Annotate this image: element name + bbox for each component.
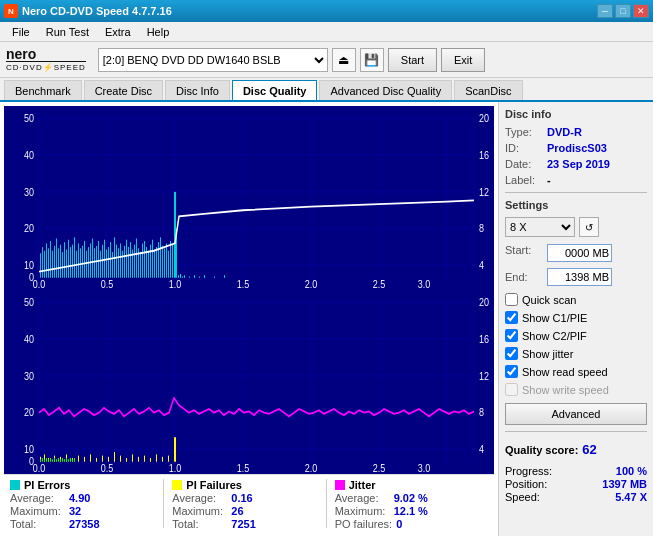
top-chart: 50 40 30 20 10 0 20 16 12 8 4 0.0 0.5 1.… [4,106,494,290]
svg-rect-107 [199,277,200,278]
show-jitter-label: Show jitter [522,348,573,360]
pif-total-label: Total: [172,518,227,530]
svg-text:0.5: 0.5 [101,462,114,474]
svg-rect-174 [54,458,55,462]
svg-text:0.0: 0.0 [33,462,46,474]
divider1 [505,192,647,193]
svg-rect-165 [168,456,169,462]
svg-rect-155 [108,457,109,462]
svg-rect-86 [148,251,149,278]
menu-extra[interactable]: Extra [97,24,139,40]
right-panel: Disc info Type: DVD-R ID: ProdiscS03 Dat… [498,102,653,536]
end-mb-input[interactable] [547,268,612,286]
svg-rect-97 [170,241,171,278]
minimize-button[interactable]: ─ [597,4,613,18]
pi-avg-value: 4.90 [69,492,90,504]
show-c2-checkbox[interactable] [505,329,518,342]
bottom-chart-svg: 50 40 30 20 10 0 20 16 12 8 4 0.0 0.5 1.… [4,290,494,474]
svg-rect-84 [144,241,145,278]
svg-rect-41 [58,248,59,277]
svg-rect-54 [84,241,85,278]
svg-rect-75 [126,240,127,278]
stats-row: PI Errors Average: 4.90 Maximum: 32 Tota… [4,474,494,532]
svg-text:0.0: 0.0 [33,278,46,290]
tab-scan-disc[interactable]: ScanDisc [454,80,522,100]
top-chart-svg: 50 40 30 20 10 0 20 16 12 8 4 0.0 0.5 1.… [4,106,494,290]
close-button[interactable]: ✕ [633,4,649,18]
disc-info-title: Disc info [505,108,647,120]
progress-section: Progress: 100 % Position: 1397 MB Speed:… [505,465,647,504]
drive-select[interactable]: [2:0] BENQ DVD DD DW1640 BSLB [98,48,328,72]
svg-rect-161 [144,456,145,462]
pi-errors-title: PI Errors [24,479,70,491]
svg-text:20: 20 [24,222,34,234]
speed-value: 5.47 X [615,491,647,503]
start-mb-input[interactable] [547,244,612,262]
progress-label: Progress: [505,465,552,477]
quick-scan-checkbox[interactable] [505,293,518,306]
svg-text:8: 8 [479,222,484,234]
speed-label: Speed: [505,491,540,503]
svg-text:30: 30 [24,186,34,198]
save-icon-btn[interactable]: 💾 [360,48,384,72]
svg-rect-57 [90,243,91,277]
speed-select[interactable]: 8 X [505,217,575,237]
svg-rect-45 [66,250,67,278]
refresh-button[interactable]: ↺ [579,217,599,237]
show-c1-row: Show C1/PIE [505,311,647,324]
svg-rect-159 [132,454,133,461]
svg-rect-34 [44,251,45,278]
svg-rect-172 [50,458,51,462]
date-label: Date: [505,158,543,170]
show-jitter-checkbox[interactable] [505,347,518,360]
svg-rect-83 [142,243,143,277]
svg-rect-108 [204,275,205,277]
pif-total-value: 7251 [231,518,255,530]
show-read-speed-label: Show read speed [522,366,608,378]
show-write-speed-row: Show write speed [505,383,647,396]
pi-failures-stat: PI Failures Average: 0.16 Maximum: 26 To… [163,479,325,528]
svg-rect-173 [52,459,53,461]
svg-text:1.0: 1.0 [169,462,182,474]
tab-create-disc[interactable]: Create Disc [84,80,163,100]
svg-rect-91 [158,242,159,278]
eject-icon-btn[interactable]: ⏏ [332,48,356,72]
tab-disc-quality[interactable]: Disc Quality [232,80,318,100]
quick-scan-row: Quick scan [505,293,647,306]
svg-rect-73 [122,251,123,278]
svg-rect-90 [156,247,157,278]
tab-advanced-disc-quality[interactable]: Advanced Disc Quality [319,80,452,100]
svg-rect-163 [156,454,157,461]
svg-rect-77 [130,242,131,278]
svg-rect-89 [154,250,155,278]
pi-errors-color [10,480,20,490]
advanced-button[interactable]: Advanced [505,403,647,425]
tab-benchmark[interactable]: Benchmark [4,80,82,100]
svg-text:8: 8 [479,406,484,418]
pi-errors-stat: PI Errors Average: 4.90 Maximum: 32 Tota… [10,479,163,528]
svg-text:3.0: 3.0 [418,462,431,474]
menu-run-test[interactable]: Run Test [38,24,97,40]
app-icon: N [4,4,18,18]
svg-text:12: 12 [479,370,489,382]
id-label: ID: [505,142,543,154]
svg-rect-109 [214,277,215,278]
menu-help[interactable]: Help [139,24,178,40]
show-jitter-row: Show jitter [505,347,647,360]
tab-disc-info[interactable]: Disc Info [165,80,230,100]
menu-file[interactable]: File [4,24,38,40]
svg-rect-48 [72,245,73,278]
svg-rect-96 [168,251,169,278]
maximize-button[interactable]: □ [615,4,631,18]
settings-title: Settings [505,199,647,211]
exit-button[interactable]: Exit [441,48,485,72]
svg-rect-111 [4,290,494,474]
show-c1-checkbox[interactable] [505,311,518,324]
svg-rect-74 [124,246,125,278]
tabs-bar: Benchmark Create Disc Disc Info Disc Qua… [0,78,653,102]
svg-rect-183 [72,459,73,461]
show-read-speed-checkbox[interactable] [505,365,518,378]
show-write-speed-checkbox[interactable] [505,383,518,396]
svg-rect-39 [54,246,55,278]
start-button[interactable]: Start [388,48,437,72]
